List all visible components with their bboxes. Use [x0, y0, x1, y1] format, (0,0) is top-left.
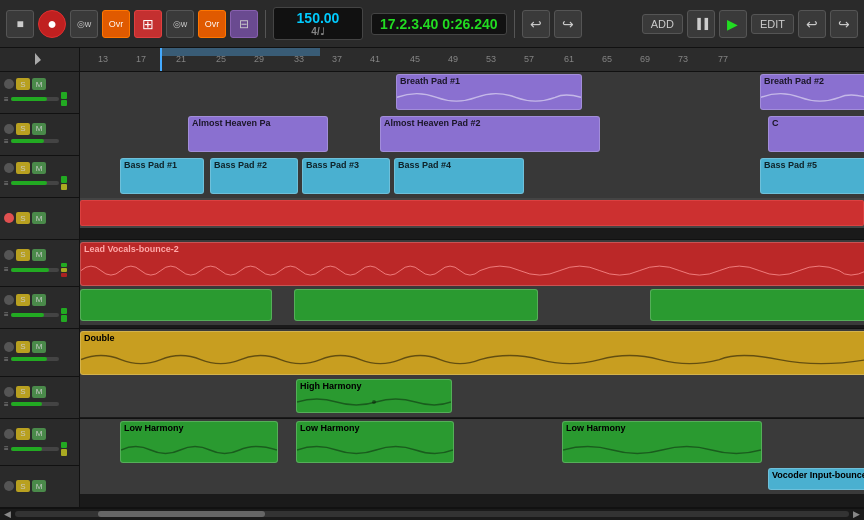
- track-dot-5[interactable]: [4, 250, 14, 260]
- solo-btn-10[interactable]: S: [16, 480, 30, 492]
- fader-1[interactable]: [11, 97, 59, 101]
- tracks-container: 13 17 21 25 29 33 37 41 45 49 53 57 61 6…: [0, 48, 864, 520]
- solo-btn-9[interactable]: S: [16, 428, 30, 440]
- horizontal-scrollbar[interactable]: ◀ ▶: [0, 508, 864, 520]
- clip-low-harmony-2[interactable]: Low Harmony: [296, 421, 454, 463]
- fader-5[interactable]: [11, 268, 59, 272]
- fader-6[interactable]: [11, 313, 59, 317]
- solo-btn-4[interactable]: S: [16, 212, 30, 224]
- mute-btn-1[interactable]: M: [32, 78, 46, 90]
- waveform-high-harmony: [297, 394, 451, 410]
- track-dot-8[interactable]: [4, 387, 14, 397]
- bounce-button[interactable]: ⊞: [134, 10, 162, 38]
- track-content-6[interactable]: [80, 287, 864, 325]
- mute-btn-10[interactable]: M: [32, 480, 46, 492]
- clip-breath-pad-2[interactable]: Breath Pad #2: [760, 74, 864, 110]
- track-content-7[interactable]: Double: [80, 329, 864, 377]
- mute-btn-6[interactable]: M: [32, 294, 46, 306]
- mute-btn-3[interactable]: M: [32, 162, 46, 174]
- comp-button[interactable]: ◎w: [70, 10, 98, 38]
- scrollbar-thumb[interactable]: [98, 511, 265, 517]
- track-dot-6[interactable]: [4, 295, 14, 305]
- undo-button[interactable]: ↩: [798, 10, 826, 38]
- clip-almost-heaven-1[interactable]: Almost Heaven Pa: [188, 116, 328, 152]
- mute-btn-7[interactable]: M: [32, 341, 46, 353]
- mute-btn-4[interactable]: M: [32, 212, 46, 224]
- track-content-5[interactable]: Lead Vocals-bounce-2: [80, 240, 864, 288]
- track-content-8[interactable]: High Harmony: [80, 377, 864, 417]
- track-dot-7[interactable]: [4, 342, 14, 352]
- clip-breath-pad-1[interactable]: Breath Pad #1: [396, 74, 582, 110]
- ruler-mark-61: 61: [564, 54, 574, 64]
- clip-lead-vocals[interactable]: Lead Vocals-bounce-2: [80, 242, 864, 286]
- clip-low-harmony-3[interactable]: Low Harmony: [562, 421, 762, 463]
- comp2-button[interactable]: ◎w: [166, 10, 194, 38]
- mute-btn-8[interactable]: M: [32, 386, 46, 398]
- rewind-button[interactable]: ↩: [522, 10, 550, 38]
- svg-marker-0: [35, 53, 41, 65]
- fader-2[interactable]: [11, 139, 59, 143]
- mute-btn-9[interactable]: M: [32, 428, 46, 440]
- redo-button[interactable]: ↪: [830, 10, 858, 38]
- solo-btn-6[interactable]: S: [16, 294, 30, 306]
- clip-double[interactable]: Double: [80, 331, 864, 375]
- track-dot-1[interactable]: [4, 79, 14, 89]
- tempo-display[interactable]: 150.00 4/♩: [273, 7, 363, 40]
- track-content-3[interactable]: Bass Pad #1 Bass Pad #2 Bass Pad #3 Bass…: [80, 156, 864, 198]
- play-button[interactable]: ▶: [719, 10, 747, 38]
- solo-btn-7[interactable]: S: [16, 341, 30, 353]
- position-display[interactable]: 17.2.3.40 0:26.240: [371, 13, 507, 35]
- toolbar: ■ ● ◎w Ovr ⊞ ◎w Ovr ⊟ 150.00 4/♩ 17.2.3.…: [0, 0, 864, 48]
- solo-btn-8[interactable]: S: [16, 386, 30, 398]
- patch-button[interactable]: ⊟: [230, 10, 258, 38]
- track-dot-10[interactable]: [4, 481, 14, 491]
- clip-red-full[interactable]: [80, 200, 864, 226]
- mute-btn-2[interactable]: M: [32, 123, 46, 135]
- track-dot-4[interactable]: [4, 213, 14, 223]
- waveform-vocals: [81, 258, 864, 283]
- solo-btn-5[interactable]: S: [16, 249, 30, 261]
- ruler-mark-41: 41: [370, 54, 380, 64]
- clip-bass-pad-3[interactable]: Bass Pad #3: [302, 158, 390, 194]
- mute-btn-5[interactable]: M: [32, 249, 46, 261]
- ovr2-button[interactable]: Ovr: [198, 10, 226, 38]
- forward-button[interactable]: ↪: [554, 10, 582, 38]
- solo-btn-3[interactable]: S: [16, 162, 30, 174]
- track-content-2[interactable]: Almost Heaven Pa Almost Heaven Pad #2 C: [80, 114, 864, 156]
- edit-button[interactable]: EDIT: [751, 14, 794, 34]
- clip-c[interactable]: C: [768, 116, 864, 152]
- clip-low-harmony-1[interactable]: Low Harmony: [120, 421, 278, 463]
- clip-almost-heaven-2[interactable]: Almost Heaven Pad #2: [380, 116, 600, 152]
- solo-btn-2[interactable]: S: [16, 123, 30, 135]
- track-content-10[interactable]: Vocoder Input-bounce-: [80, 466, 864, 494]
- fader-8[interactable]: [11, 402, 59, 406]
- record-button[interactable]: ●: [38, 10, 66, 38]
- solo-btn-1[interactable]: S: [16, 78, 30, 90]
- bar-view-button[interactable]: ▐▐: [687, 10, 715, 38]
- clip-vocoder[interactable]: Vocoder Input-bounce-: [768, 468, 864, 490]
- scrollbar-track[interactable]: [15, 511, 849, 517]
- track-content-9[interactable]: Low Harmony Low Harmony Low Harmony: [80, 419, 864, 467]
- clip-green-3[interactable]: [650, 289, 864, 321]
- ovr-button[interactable]: Ovr: [102, 10, 130, 38]
- stop-button[interactable]: ■: [6, 10, 34, 38]
- fader-7[interactable]: [11, 357, 59, 361]
- fader-3[interactable]: [11, 181, 59, 185]
- clip-green-2[interactable]: [294, 289, 538, 321]
- clip-bass-pad-1[interactable]: Bass Pad #1: [120, 158, 204, 194]
- track-dot-3[interactable]: [4, 163, 14, 173]
- clip-bass-pad-5[interactable]: Bass Pad #5: [760, 158, 864, 194]
- ruler-canvas[interactable]: 13 17 21 25 29 33 37 41 45 49 53 57 61 6…: [80, 48, 864, 71]
- track-content-1[interactable]: Breath Pad #1 Breath Pad #2: [80, 72, 864, 114]
- track-header-5: S M ≡: [0, 240, 80, 286]
- loop-region[interactable]: [160, 48, 320, 56]
- clip-green-1[interactable]: [80, 289, 272, 321]
- clip-bass-pad-2[interactable]: Bass Pad #2: [210, 158, 298, 194]
- track-dot-2[interactable]: [4, 124, 14, 134]
- clip-bass-pad-4[interactable]: Bass Pad #4: [394, 158, 524, 194]
- fader-9[interactable]: [11, 447, 59, 451]
- track-content-4[interactable]: [80, 198, 864, 228]
- add-button[interactable]: ADD: [642, 14, 683, 34]
- clip-high-harmony[interactable]: High Harmony: [296, 379, 452, 413]
- track-dot-9[interactable]: [4, 429, 14, 439]
